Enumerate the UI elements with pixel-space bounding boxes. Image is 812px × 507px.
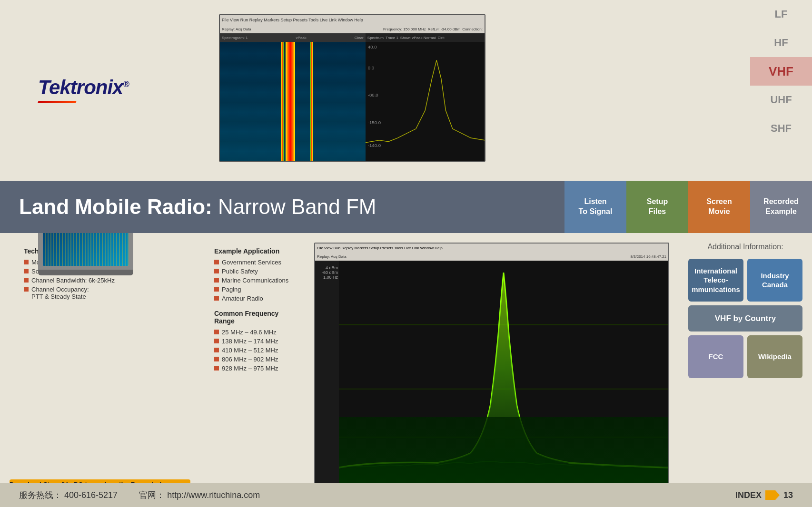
freq-range-section: Common Frequency Range 25 MHz – 49.6 MHz… [214, 310, 300, 372]
sidebar-item-lf[interactable]: LF [750, 0, 812, 29]
sidebar-item-vhf[interactable]: VHF [750, 57, 812, 86]
spectrum-header: SpectrumTrace 1Show: vPeak NormalClrlt [366, 33, 485, 42]
tech-item-4: Channel Occupancy:PTT & Steady State [24, 286, 195, 300]
bullet-icon [24, 260, 29, 264]
signal-stripe-center [286, 42, 295, 162]
bullet-icon [214, 357, 219, 361]
bullet-icon [24, 278, 29, 283]
industry-canada-button[interactable]: IndustryCanada [747, 259, 802, 302]
example-app-title: Example Application [214, 247, 300, 255]
bullet-icon [214, 339, 219, 343]
index-label: INDEX [735, 490, 762, 500]
nav-bar: Land Mobile Radio: Narrow Band FM Listen… [0, 181, 812, 233]
ex-item-5-text: Amateur Radio [222, 295, 263, 302]
spectrogram-panel: Spectrogram: 1vPeakClear [220, 33, 366, 162]
freq-item-5-text: 928 MHz – 975 MHz [222, 365, 278, 372]
bullet-icon [24, 287, 29, 292]
center-img: File View Run Replay Markers Setup Prese… [314, 243, 669, 502]
bullet-icon [214, 287, 219, 292]
tech-item-4-text: Channel Occupancy:PTT & Steady State [31, 286, 89, 300]
example-panel: Example Application Government Services … [209, 233, 305, 507]
bullet-icon [214, 269, 219, 273]
svg-text:-140.0: -140.0 [368, 143, 381, 148]
bullet-icon [24, 269, 29, 273]
fcc-button[interactable]: FCC [688, 335, 743, 378]
bullet-icon [214, 260, 219, 264]
screenshot-toolbar2: Replay: Acq Data Frequency: 150.000 MHz … [220, 25, 485, 33]
website-url: http://www.rituchina.com [167, 490, 260, 500]
sidebar-item-hf[interactable]: HF [750, 29, 812, 57]
nav-buttons: ListenTo Signal SetupFiles ScreenMovie R… [564, 181, 812, 233]
signal-stripe-left [281, 42, 284, 162]
ex-item-1-text: Government Services [222, 259, 281, 266]
bullet-icon [214, 278, 219, 283]
c-labels: 4 dBm -60 dBm 1.00 Hz -84.0 -124.0 -134.… [315, 261, 339, 501]
spec-header: Spectrogram: 1vPeakClear [220, 33, 366, 42]
spec-body [220, 42, 366, 162]
vhf-by-country-button[interactable]: VHF by Country [688, 305, 802, 332]
freq-item-1: 25 MHz – 49.6 MHz [214, 329, 300, 336]
spectrum-svg: 40.0 0.0 -80.0 -150.0 -140.0 [366, 42, 485, 161]
c-toolbar2: Replay: Acq Data8/3/2014 16:48:47.21 [315, 252, 668, 261]
sidebar-item-shf[interactable]: SHF [750, 114, 812, 143]
sidebar-item-uhf[interactable]: UHF [750, 86, 812, 114]
freq-range-title: Common Frequency Range [214, 310, 300, 325]
ex-item-3-text: Marine Communications [222, 277, 288, 284]
screenshot-toolbar: File View Run Replay Markers Setup Prese… [220, 15, 485, 25]
bullet-icon [214, 330, 219, 334]
bullet-icon [214, 296, 219, 301]
svg-text:40.0: 40.0 [368, 44, 377, 49]
ex-item-1: Government Services [214, 259, 300, 266]
ex-item-2-text: Public Safety [222, 268, 258, 275]
freq-item-5: 928 MHz – 975 MHz [214, 365, 300, 372]
top-screenshot: File View Run Replay Markers Setup Prese… [219, 14, 485, 162]
freq-item-3-text: 410 MHz – 512 MHz [222, 347, 278, 354]
c-toolbar: File View Run Replay Markers Setup Prese… [315, 244, 668, 252]
logo-area: Tektronix® [38, 76, 129, 103]
logo-slash [38, 101, 76, 103]
tektronix-logo: Tektronix® [38, 76, 129, 99]
logo-reg: ® [123, 79, 129, 89]
phone-number: 400-616-5217 [64, 490, 118, 500]
wikipedia-button[interactable]: Wikipedia [747, 335, 802, 378]
bullet-icon [214, 366, 219, 370]
web-label: 官网： [139, 490, 165, 500]
ex-item-4-text: Paging [222, 286, 241, 293]
ex-item-2: Public Safety [214, 268, 300, 275]
phone-label: 服务热线： [19, 490, 62, 500]
svg-text:-80.0: -80.0 [368, 92, 378, 98]
spectrum-body: 40.0 0.0 -80.0 -150.0 -140.0 [366, 42, 485, 162]
title-part2: Narrow Band FM [218, 195, 376, 218]
signal-stripe-right [310, 42, 313, 162]
svg-text:-150.0: -150.0 [368, 120, 381, 125]
additional-info-label: Additional Information: [707, 243, 783, 251]
ex-item-4: Paging [214, 286, 300, 293]
page-title: Land Mobile Radio: Narrow Band FM [0, 195, 564, 219]
info-buttons-grid: InternationalTeleco-mmunications Industr… [688, 259, 802, 302]
example-app-section: Example Application Government Services … [214, 247, 300, 302]
c-body: 4 dBm -60 dBm 1.00 Hz -84.0 -124.0 -134.… [315, 261, 668, 501]
footer: 服务热线： 400-616-5217 官网： http://www.rituch… [0, 483, 812, 507]
center-screenshot-area: File View Run Replay Markers Setup Prese… [305, 233, 679, 507]
right-panel: Additional Information: InternationalTel… [679, 233, 812, 507]
c-chart [339, 261, 668, 501]
title-part1: Land Mobile Radio: [19, 195, 218, 218]
setup-files-button[interactable]: SetupFiles [626, 181, 688, 233]
freq-item-1-text: 25 MHz – 49.6 MHz [222, 329, 277, 336]
right-nav: LF HF VHF UHF SHF [750, 0, 812, 143]
screen-movie-button[interactable]: ScreenMovie [688, 181, 750, 233]
recorded-example-button[interactable]: RecordedExample [750, 181, 812, 233]
logo-name: Tektronix [38, 76, 123, 98]
page-number: 13 [783, 490, 793, 500]
top-section: Tektronix® LF HF VHF UHF SHF File View R… [0, 0, 812, 181]
freq-item-2: 138 MHz – 174 MHz [214, 338, 300, 345]
index-arrow-icon [765, 490, 780, 500]
intl-telecom-button[interactable]: InternationalTeleco-mmunications [688, 259, 743, 302]
footer-index: INDEX 13 [735, 490, 793, 500]
ex-item-3: Marine Communications [214, 277, 300, 284]
freq-item-4-text: 806 MHz – 902 MHz [222, 356, 278, 363]
screenshot-content: Spectrogram: 1vPeakClear SpectrumTrace 1… [220, 33, 485, 162]
ex-item-5: Amateur Radio [214, 295, 300, 302]
listen-signal-button[interactable]: ListenTo Signal [564, 181, 626, 233]
bottom-info-buttons-grid: FCC Wikipedia [688, 335, 802, 378]
